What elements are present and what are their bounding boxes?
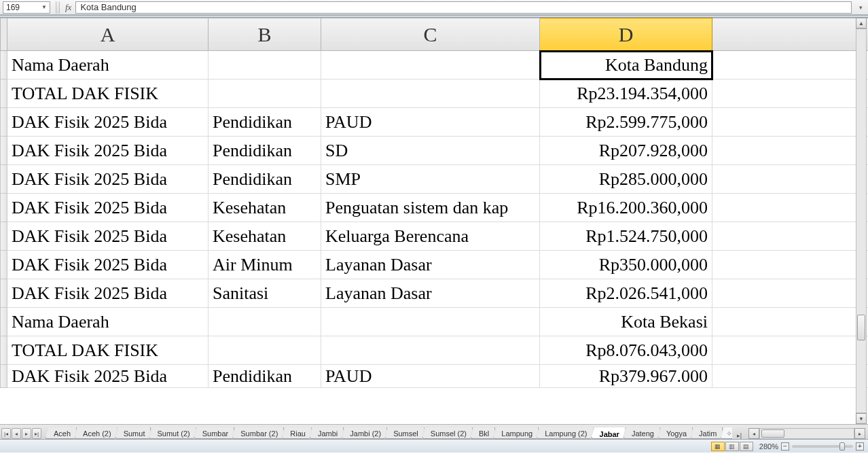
column-header-A[interactable]: A — [7, 18, 209, 51]
cell[interactable] — [712, 251, 869, 279]
sheet-tab[interactable]: Jambi — [309, 427, 344, 439]
tab-nav-prev-icon[interactable]: ◂ — [12, 428, 21, 439]
cell[interactable]: Rp2.026.541,000 — [540, 279, 712, 308]
cell[interactable] — [209, 308, 321, 336]
cell[interactable]: Rp379.967.000 — [540, 365, 712, 388]
formula-bar-expand-icon[interactable]: ▾ — [856, 4, 865, 11]
zoom-slider[interactable] — [792, 445, 853, 448]
column-header-D[interactable]: D — [540, 18, 712, 51]
sheet-tab[interactable]: Lampung — [492, 427, 539, 439]
zoom-slider-thumb[interactable] — [839, 442, 845, 451]
cell[interactable] — [321, 336, 540, 365]
sheet-tab[interactable]: Jatim — [690, 427, 723, 439]
sheet-tab[interactable]: Yogya — [657, 427, 693, 439]
row-header[interactable] — [1, 279, 7, 308]
cell[interactable]: Layanan Dasar — [321, 251, 540, 279]
cell[interactable] — [712, 165, 869, 194]
vertical-scrollbar[interactable]: ▲ ▼ — [856, 18, 867, 424]
sheet-tab[interactable]: Sumsel (2) — [422, 427, 473, 439]
cell[interactable]: Rp207.928,000 — [540, 137, 712, 165]
view-normal-icon[interactable]: ▦ — [711, 442, 725, 451]
cell[interactable] — [712, 137, 869, 165]
name-box-dropdown-icon[interactable]: ▼ — [41, 4, 47, 10]
cell[interactable]: DAK Fisik 2025 Bida — [7, 222, 209, 251]
hscroll-right-icon[interactable]: ▸ — [854, 428, 865, 439]
tab-scroll-right-icon[interactable]: ▸| — [732, 432, 746, 439]
cell[interactable]: Rp16.200.360,000 — [540, 194, 712, 222]
hscroll-track[interactable] — [759, 428, 854, 439]
cell[interactable] — [209, 51, 321, 80]
sheet-tab[interactable]: Jambi (2) — [341, 427, 387, 439]
cell[interactable]: PAUD — [321, 108, 540, 137]
cell[interactable]: Pendidikan — [209, 365, 321, 388]
horizontal-scrollbar[interactable]: ◂ ▸ — [748, 428, 865, 439]
cell[interactable]: DAK Fisik 2025 Bida — [7, 194, 209, 222]
cell[interactable] — [712, 51, 869, 80]
row-header[interactable] — [1, 80, 7, 108]
vscroll-track[interactable] — [856, 29, 867, 413]
cell[interactable] — [712, 194, 869, 222]
cell[interactable]: PAUD — [321, 365, 540, 388]
cell[interactable]: Air Minum — [209, 251, 321, 279]
select-all-corner[interactable] — [1, 18, 7, 51]
cell[interactable]: Pendidikan — [209, 165, 321, 194]
cell[interactable] — [209, 336, 321, 365]
formula-input[interactable]: Kota Bandung — [75, 1, 852, 14]
row-header[interactable] — [1, 108, 7, 137]
cell[interactable]: TOTAL DAK FISIK — [7, 336, 209, 365]
zoom-level-label[interactable]: 280% — [759, 442, 778, 451]
cell[interactable] — [712, 308, 869, 336]
cell[interactable] — [712, 279, 869, 308]
column-header-overflow[interactable] — [712, 18, 869, 51]
tab-nav-last-icon[interactable]: ▸| — [32, 428, 41, 439]
cell[interactable]: Kesehatan — [209, 194, 321, 222]
cell[interactable]: Rp8.076.043,000 — [540, 336, 712, 365]
cell[interactable] — [712, 80, 869, 108]
zoom-in-icon[interactable]: + — [856, 442, 864, 451]
sheet-tab[interactable]: Aceh — [45, 427, 77, 439]
scroll-down-icon[interactable]: ▼ — [856, 413, 867, 424]
sheet-tab[interactable]: Sumut — [115, 427, 151, 439]
vscroll-thumb[interactable] — [857, 315, 865, 340]
cell[interactable]: Pendidikan — [209, 137, 321, 165]
cell[interactable] — [712, 336, 869, 365]
column-header-C[interactable]: C — [321, 18, 540, 51]
sheet-tab[interactable]: Aceh (2) — [74, 427, 117, 439]
cell[interactable]: Sanitasi — [209, 279, 321, 308]
sheet-tab[interactable]: Lampung (2) — [536, 427, 593, 439]
cell[interactable]: Penguatan sistem dan kap — [321, 194, 540, 222]
cell[interactable]: Layanan Dasar — [321, 279, 540, 308]
hscroll-thumb[interactable] — [761, 429, 784, 438]
sheet-tab[interactable]: Sumbar (2) — [232, 427, 284, 439]
cell[interactable]: DAK Fisik 2025 Bida — [7, 365, 209, 388]
cell[interactable]: Rp350.000,000 — [540, 251, 712, 279]
row-header[interactable] — [1, 336, 7, 365]
cell[interactable]: Kota Bekasi — [540, 308, 712, 336]
view-page-break-icon[interactable]: ▤ — [740, 442, 753, 451]
cell[interactable]: DAK Fisik 2025 Bida — [7, 251, 209, 279]
sheet-tab[interactable]: Bkl — [470, 427, 495, 439]
tab-nav-next-icon[interactable]: ▸ — [22, 428, 31, 439]
cell[interactable]: TOTAL DAK FISIK — [7, 80, 209, 108]
sheet-tab[interactable]: Riau — [281, 427, 312, 439]
tab-nav-first-icon[interactable]: |◂ — [1, 428, 11, 439]
scroll-up-icon[interactable]: ▲ — [856, 18, 867, 29]
cell[interactable]: SD — [321, 137, 540, 165]
cell[interactable]: DAK Fisik 2025 Bida — [7, 279, 209, 308]
cell[interactable]: Nama Daerah — [7, 51, 209, 80]
column-header-B[interactable]: B — [209, 18, 321, 51]
fx-icon[interactable]: fx — [65, 2, 71, 13]
cell[interactable]: DAK Fisik 2025 Bida — [7, 108, 209, 137]
cell[interactable]: DAK Fisik 2025 Bida — [7, 137, 209, 165]
cell[interactable]: Keluarga Berencana — [321, 222, 540, 251]
row-header[interactable] — [1, 137, 7, 165]
cell[interactable]: Nama Daerah — [7, 308, 209, 336]
cell[interactable]: Rp1.524.750,000 — [540, 222, 712, 251]
cell[interactable] — [712, 365, 869, 388]
cell[interactable]: Kota Bandung — [540, 51, 712, 80]
cell[interactable] — [321, 80, 540, 108]
sheet-tab[interactable]: Sumbar — [194, 427, 235, 439]
view-page-layout-icon[interactable]: ▥ — [725, 442, 739, 451]
sheet-tab[interactable]: Jabar — [591, 427, 626, 439]
cell[interactable] — [209, 80, 321, 108]
